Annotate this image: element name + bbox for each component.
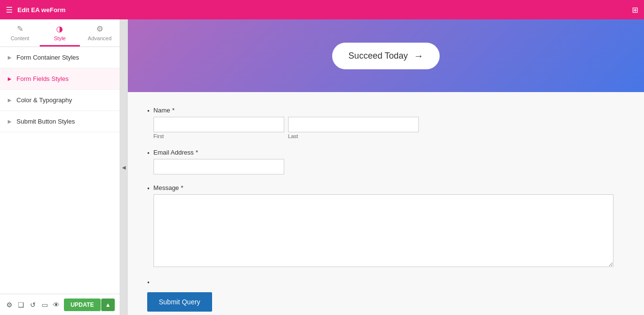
name-inputs-row: First Last xyxy=(153,117,419,139)
succeed-today-label: Succeed Today xyxy=(349,51,408,61)
accordion-header-form-fields[interactable]: ▶ Form Fields Styles xyxy=(0,68,120,89)
sidebar-tabs: ✎ Content ◑ Style ⚙ Advanced xyxy=(0,19,120,47)
name-required-star: * xyxy=(172,107,175,114)
tab-advanced[interactable]: ⚙ Advanced xyxy=(80,19,120,47)
collapse-icon: ◀ xyxy=(122,165,126,170)
accordion-submit-button-styles[interactable]: ▶ Submit Button Styles xyxy=(0,111,120,132)
sidebar: ✎ Content ◑ Style ⚙ Advanced ▶ Form Cont… xyxy=(0,19,120,315)
update-arrow-button[interactable]: ▲ xyxy=(101,299,115,311)
hero-banner: Succeed Today → xyxy=(128,19,644,92)
top-bar: ☰ Edit EA weForm ⊞ xyxy=(0,0,644,19)
name-label-row: ● Name * First xyxy=(147,107,625,139)
responsive-button[interactable]: ▭ xyxy=(40,298,49,312)
tab-advanced-label: Advanced xyxy=(88,35,111,41)
form-area: ● Name * First xyxy=(128,92,644,315)
update-group: UPDATE ▲ xyxy=(64,299,115,311)
email-required-star: * xyxy=(196,149,198,156)
name-field: ● Name * First xyxy=(147,107,625,139)
message-label-row: ● Message * xyxy=(147,184,625,268)
first-name-input[interactable] xyxy=(153,117,284,132)
hamburger-icon[interactable]: ☰ xyxy=(6,5,13,15)
email-field-label: Email Address * xyxy=(153,149,284,156)
accordion-form-fields-styles[interactable]: ▶ Form Fields Styles xyxy=(0,68,120,90)
accordion-header-form-container[interactable]: ▶ Form Container Styles xyxy=(0,47,120,68)
eye-icon: 👁 xyxy=(53,301,60,309)
accordion-label-form-container: Form Container Styles xyxy=(16,54,79,61)
top-bar-left: ☰ Edit EA weForm xyxy=(6,5,65,15)
advanced-tab-icon: ⚙ xyxy=(96,24,103,33)
accordion-form-container-styles[interactable]: ▶ Form Container Styles xyxy=(0,47,120,68)
accordion-header-submit-button[interactable]: ▶ Submit Button Styles xyxy=(0,111,120,132)
accordion-color-typography[interactable]: ▶ Color & Typography xyxy=(0,90,120,111)
accordion-label-form-fields: Form Fields Styles xyxy=(16,75,69,82)
content-tab-icon: ✎ xyxy=(17,24,23,33)
bottom-toolbar: ⚙ ❑ ↺ ▭ 👁 UPDATE ▲ xyxy=(0,294,120,315)
last-name-input[interactable] xyxy=(288,117,419,132)
message-bullet: ● xyxy=(147,186,150,190)
settings-icon: ⚙ xyxy=(6,301,13,309)
last-name-group: Last xyxy=(288,117,419,139)
content-area: Succeed Today → ● Name * xyxy=(128,19,644,315)
message-field: ● Message * xyxy=(147,184,625,268)
email-field: ● Email Address * xyxy=(147,149,625,174)
tab-style[interactable]: ◑ Style xyxy=(40,19,79,47)
accordion-label-submit-button: Submit Button Styles xyxy=(16,118,75,125)
collapse-handle[interactable]: ◀ xyxy=(120,19,128,315)
first-name-group: First xyxy=(153,117,284,139)
name-field-label: Name * xyxy=(153,107,419,114)
email-label-row: ● Email Address * xyxy=(147,149,625,174)
message-required-star: * xyxy=(181,184,184,191)
email-label-group: Email Address * xyxy=(153,149,284,174)
grid-icon[interactable]: ⊞ xyxy=(632,5,638,15)
accordion-header-color-typography[interactable]: ▶ Color & Typography xyxy=(0,90,120,110)
arrow-icon-color-typography: ▶ xyxy=(8,97,12,103)
message-textarea[interactable] xyxy=(153,194,613,267)
succeed-arrow-icon: → xyxy=(414,50,423,62)
layers-icon: ❑ xyxy=(18,301,24,309)
last-name-sublabel: Last xyxy=(288,133,419,139)
empty-bullet: ● xyxy=(147,280,150,284)
first-name-sublabel: First xyxy=(153,133,284,139)
email-bullet: ● xyxy=(147,151,150,155)
arrow-icon-submit-button: ▶ xyxy=(8,119,12,124)
settings-button[interactable]: ⚙ xyxy=(5,298,14,312)
accordion-label-color-typography: Color & Typography xyxy=(16,96,72,104)
style-tab-icon: ◑ xyxy=(56,24,63,33)
submit-query-button[interactable]: Submit Query xyxy=(147,292,212,312)
name-label-text: Name xyxy=(153,107,170,114)
preview-button[interactable]: 👁 xyxy=(52,298,61,312)
arrow-icon-form-container: ▶ xyxy=(8,55,12,60)
email-label-text: Email Address xyxy=(153,149,194,156)
update-chevron-icon: ▲ xyxy=(105,301,111,308)
arrow-icon-form-fields: ▶ xyxy=(8,76,12,81)
tab-content-label: Content xyxy=(11,35,30,41)
tab-content[interactable]: ✎ Content xyxy=(0,19,40,47)
email-input[interactable] xyxy=(153,159,284,174)
history-icon: ↺ xyxy=(30,301,36,309)
layers-button[interactable]: ❑ xyxy=(16,298,25,312)
top-bar-title: Edit EA weForm xyxy=(17,6,65,14)
succeed-today-button[interactable]: Succeed Today → xyxy=(332,43,440,69)
update-button[interactable]: UPDATE xyxy=(64,299,101,311)
message-field-label: Message * xyxy=(153,184,625,191)
message-label-group: Message * xyxy=(153,184,625,268)
empty-field-row: ● xyxy=(147,278,625,284)
name-label-group: Name * First Last xyxy=(153,107,419,139)
message-label-text: Message xyxy=(153,184,179,191)
main-layout: ✎ Content ◑ Style ⚙ Advanced ▶ Form Cont… xyxy=(0,19,644,315)
history-button[interactable]: ↺ xyxy=(29,298,37,312)
tab-style-label: Style xyxy=(54,35,65,41)
name-bullet: ● xyxy=(147,109,150,113)
responsive-icon: ▭ xyxy=(42,301,48,309)
